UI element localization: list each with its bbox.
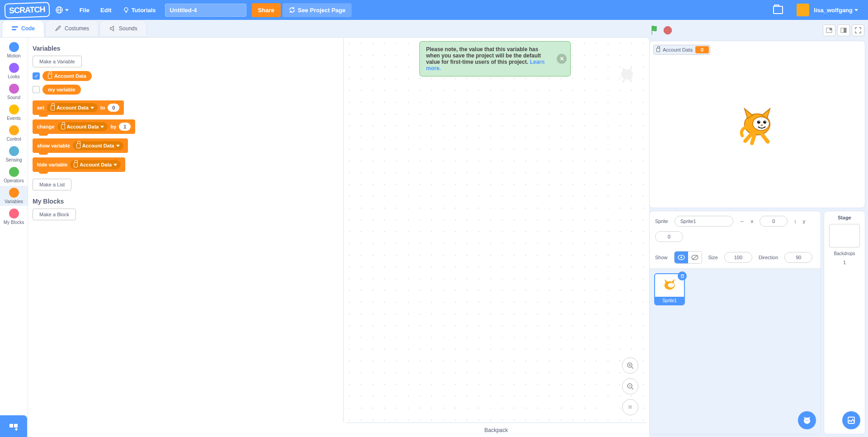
sprite-cat-icon (735, 102, 780, 147)
category-sensing[interactable]: Sensing (0, 144, 28, 164)
stop-button[interactable] (664, 26, 672, 34)
svg-point-39 (807, 420, 808, 421)
editor-tabs: Code Costumes Sounds (0, 20, 649, 37)
stage[interactable]: Account Data 0 (649, 41, 865, 208)
block-dropdown[interactable]: Account Data (73, 141, 123, 150)
sprite-size-input[interactable] (724, 252, 752, 263)
cloud-variable-alert: Please note, the value that this variabl… (420, 41, 571, 76)
sprite-direction-input[interactable] (784, 252, 812, 263)
show-sprite-button[interactable] (675, 252, 688, 263)
category-dot-icon (9, 146, 19, 156)
variable-checkbox[interactable] (33, 86, 40, 93)
svg-point-27 (763, 121, 766, 124)
svg-line-14 (632, 388, 633, 390)
block-dropdown[interactable]: Account Data (70, 160, 121, 169)
backpack-toggle[interactable]: Backpack (346, 423, 646, 437)
stage-fullscreen-button[interactable] (852, 24, 864, 36)
chevron-down-icon (854, 9, 858, 11)
tab-sounds[interactable]: Sounds (99, 20, 147, 37)
block-input[interactable]: 0 (108, 104, 119, 112)
blocks-workspace[interactable]: Please note, the value that this variabl… (343, 38, 646, 423)
stage-size-small-button[interactable] (823, 24, 835, 36)
zoom-out-button[interactable] (622, 378, 638, 394)
file-menu[interactable]: File (74, 0, 95, 20)
see-project-page-button[interactable]: See Project Page (283, 3, 352, 17)
category-looks[interactable]: Looks (0, 61, 28, 81)
add-extension-button[interactable] (0, 415, 27, 437)
category-dot-icon (9, 188, 19, 198)
share-button[interactable]: Share (252, 3, 281, 17)
category-motion[interactable]: Motion (0, 40, 28, 60)
zoom-controls: = (622, 357, 638, 415)
block-dropdown[interactable]: Account Data (57, 122, 108, 131)
category-my-blocks[interactable]: My Blocks (0, 207, 28, 227)
category-dot-icon (9, 209, 19, 218)
svg-point-28 (759, 121, 760, 122)
xy-arrows-icon: ↔ (740, 218, 745, 224)
account-menu[interactable]: lisa_wolfgang (788, 0, 863, 20)
svg-point-3 (124, 8, 128, 11)
add-backdrop-button[interactable] (842, 411, 860, 429)
stage-thumbnail[interactable] (829, 224, 860, 247)
category-sound[interactable]: Sound (0, 82, 28, 102)
block-set-variable[interactable]: set Account Data to 0 (33, 100, 124, 115)
block-show-variable[interactable]: show variable Account Data (33, 138, 128, 153)
block-input[interactable]: 1 (119, 123, 131, 131)
category-control[interactable]: Control (0, 124, 28, 143)
category-dot-icon (9, 125, 19, 135)
tutorials-button[interactable]: Tutorials (117, 0, 161, 20)
backdrops-label: Backdrops (834, 251, 855, 256)
svg-rect-6 (12, 26, 18, 28)
svg-point-29 (764, 121, 765, 122)
add-sprite-button[interactable] (798, 411, 816, 429)
variable-monitor[interactable]: Account Data 0 (653, 45, 710, 55)
paintbrush-icon (55, 25, 62, 32)
my-stuff-button[interactable] (768, 0, 788, 20)
category-events[interactable]: Events (0, 103, 28, 123)
tab-costumes[interactable]: Costumes (45, 20, 99, 37)
sprite-y-input[interactable] (655, 231, 683, 242)
svg-point-36 (668, 283, 674, 288)
myblocks-header: My Blocks (33, 198, 339, 205)
category-operators[interactable]: Operators (0, 165, 28, 185)
visibility-toggle (674, 251, 702, 264)
hide-sprite-button[interactable] (688, 252, 702, 263)
edit-menu[interactable]: Edit (95, 0, 117, 20)
category-dot-icon (9, 63, 19, 73)
make-variable-button[interactable]: Make a Variable (33, 56, 82, 67)
stage-selector[interactable]: Stage Backdrops 1 (824, 211, 865, 434)
block-dropdown[interactable]: Account Data (47, 103, 98, 112)
zoom-in-button[interactable] (622, 357, 638, 374)
project-title-input[interactable] (165, 4, 246, 17)
scratch-logo[interactable]: SCRATCH (4, 2, 50, 18)
block-change-variable[interactable]: change Account Data by 1 (33, 119, 135, 134)
variable-reporter[interactable]: Account Data (42, 71, 92, 81)
sprite-x-input[interactable] (760, 216, 788, 227)
block-hide-variable[interactable]: hide variable Account Data (33, 157, 125, 172)
tab-code[interactable]: Code (2, 20, 44, 37)
variable-checkbox[interactable]: ✓ (33, 72, 40, 80)
svg-rect-17 (14, 424, 18, 428)
cloud-lock-icon (656, 48, 660, 52)
category-dot-icon (9, 42, 19, 52)
category-variables[interactable]: Variables (0, 186, 28, 206)
make-list-button[interactable]: Make a List (33, 179, 71, 190)
lightbulb-icon (123, 6, 130, 14)
green-flag-button[interactable] (650, 25, 660, 36)
size-label: Size (708, 255, 718, 260)
delete-sprite-button[interactable] (678, 271, 687, 280)
zoom-reset-button[interactable]: = (622, 399, 638, 415)
language-menu[interactable] (50, 0, 74, 20)
chevron-down-icon (65, 9, 69, 11)
variable-reporter[interactable]: my variable (42, 85, 81, 95)
sprite-tile[interactable]: Sprite1 (654, 273, 685, 305)
svg-point-8 (621, 69, 633, 79)
alert-close-button[interactable]: ✕ (557, 54, 567, 64)
svg-rect-7 (12, 29, 16, 30)
globe-icon (55, 6, 63, 14)
make-block-button[interactable]: Make a Block (33, 209, 76, 220)
stage-size-large-button[interactable] (837, 24, 850, 36)
sprite-name-input[interactable] (675, 216, 733, 227)
category-label: Events (7, 116, 21, 121)
x-label: x (751, 218, 754, 224)
